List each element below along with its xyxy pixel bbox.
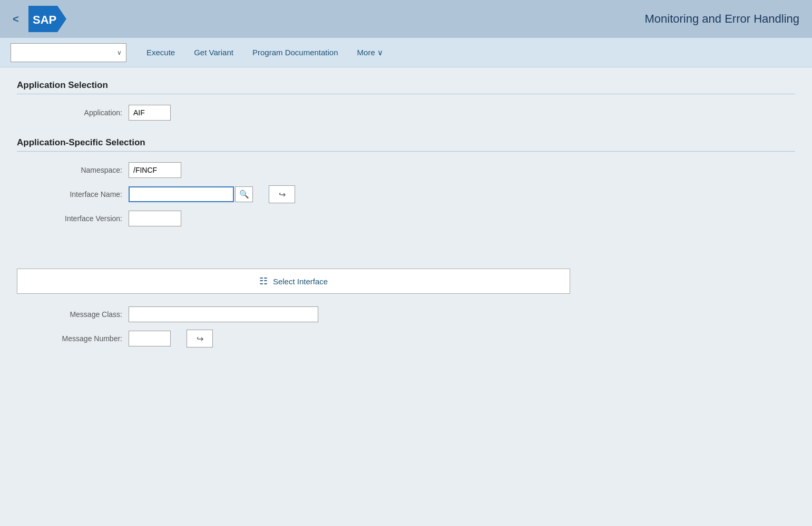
message-copy-icon: ↪ bbox=[197, 334, 203, 344]
select-interface-row: ☷ Select Interface bbox=[17, 269, 795, 294]
back-button[interactable]: < bbox=[13, 14, 19, 24]
interface-name-label: Interface Name: bbox=[38, 190, 122, 199]
section-divider-1 bbox=[17, 94, 795, 94]
application-row: Application: bbox=[17, 105, 795, 121]
interface-name-input[interactable] bbox=[129, 186, 234, 202]
namespace-input[interactable] bbox=[129, 162, 181, 178]
message-number-row: Message Number: ↪ bbox=[17, 330, 795, 348]
interface-version-input[interactable] bbox=[129, 211, 181, 226]
get-variant-button[interactable]: Get Variant bbox=[184, 43, 243, 62]
interface-version-label: Interface Version: bbox=[38, 214, 122, 223]
header-title: Monitoring and Error Handling bbox=[645, 12, 800, 26]
interface-search-button[interactable]: 🔍 bbox=[235, 186, 253, 202]
message-class-row: Message Class: bbox=[17, 306, 795, 322]
select-interface-label: Select Interface bbox=[273, 277, 328, 286]
main-content: Application Selection Application: Appli… bbox=[0, 67, 812, 256]
interface-name-row: Interface Name: 🔍 ↪ bbox=[17, 185, 795, 203]
toolbar: ∨ Execute Get Variant Program Documentat… bbox=[0, 38, 812, 67]
lower-form: Message Class: Message Number: ↪ bbox=[0, 306, 812, 368]
application-specific-section: Application-Specific Selection Namespace… bbox=[17, 137, 795, 226]
header-left: < SAP bbox=[13, 6, 66, 32]
message-class-label: Message Class: bbox=[38, 310, 122, 319]
interface-version-row: Interface Version: bbox=[17, 211, 795, 226]
more-label: More bbox=[357, 48, 375, 57]
interface-navigate-button[interactable]: ↪ bbox=[269, 185, 295, 203]
message-class-input[interactable] bbox=[129, 306, 318, 322]
header: < SAP Monitoring and Error Handling bbox=[0, 0, 812, 38]
sap-logo: SAP bbox=[28, 6, 66, 32]
more-button[interactable]: More ∨ bbox=[348, 43, 393, 62]
execute-button[interactable]: Execute bbox=[137, 43, 184, 62]
select-interface-icon: ☷ bbox=[259, 275, 268, 287]
namespace-row: Namespace: bbox=[17, 162, 795, 178]
message-navigate-button[interactable]: ↪ bbox=[187, 330, 213, 348]
application-specific-title: Application-Specific Selection bbox=[17, 137, 795, 148]
application-selection-section: Application Selection Application: bbox=[17, 80, 795, 121]
application-input[interactable] bbox=[129, 105, 171, 121]
svg-text:SAP: SAP bbox=[33, 13, 56, 26]
namespace-label: Namespace: bbox=[38, 166, 122, 174]
message-number-label: Message Number: bbox=[38, 334, 122, 343]
application-label: Application: bbox=[38, 108, 122, 117]
more-chevron-icon: ∨ bbox=[377, 48, 383, 57]
select-interface-button[interactable]: ☷ Select Interface bbox=[17, 269, 570, 294]
variant-select[interactable]: ∨ bbox=[11, 43, 126, 62]
message-number-input[interactable] bbox=[129, 331, 171, 346]
section-divider-2 bbox=[17, 151, 795, 152]
variant-dropdown-icon: ∨ bbox=[117, 49, 122, 56]
copy-icon: ↪ bbox=[279, 190, 286, 200]
search-icon: 🔍 bbox=[239, 190, 249, 199]
application-selection-title: Application Selection bbox=[17, 80, 795, 91]
program-documentation-button[interactable]: Program Documentation bbox=[243, 43, 348, 62]
